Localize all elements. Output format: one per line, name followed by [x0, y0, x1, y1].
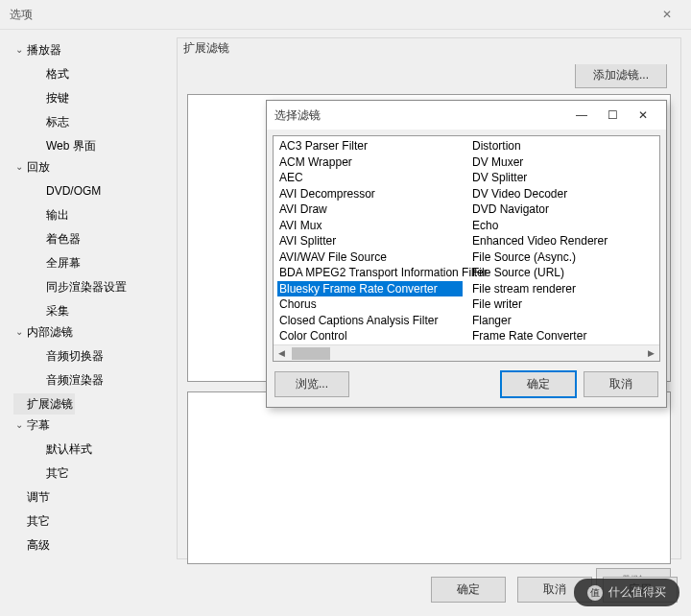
tree-web[interactable]: Web 界面: [33, 135, 98, 156]
nav-tree: ⌄播放器 格式 按键 标志 Web 界面 ⌄回放 DVD/OGM 输出 着色器 …: [0, 30, 171, 567]
list-col-1: AC3 Parser FilterACM WrapperAECAVI Decom…: [274, 136, 466, 345]
dialog-title: 选择滤镜: [274, 107, 566, 124]
list-item[interactable]: Distortion: [470, 138, 655, 154]
list-item[interactable]: ACM Wrapper: [277, 154, 463, 171]
tree-other[interactable]: 其它: [13, 510, 52, 532]
watermark-icon: 值: [587, 585, 603, 601]
list-item[interactable]: DVD Navigator: [470, 201, 655, 218]
select-filter-dialog: 选择滤镜 — ☐ ✕ AC3 Parser FilterACM WrapperA…: [266, 100, 667, 408]
list-item[interactable]: AVI Draw: [277, 201, 463, 218]
chevron-down-icon: ⌄: [15, 322, 27, 342]
tree-output[interactable]: 输出: [33, 204, 71, 225]
tree-defaultstyle[interactable]: 默认样式: [33, 438, 94, 460]
list-item[interactable]: Echo: [470, 218, 655, 234]
tree-sync[interactable]: 同步渲染器设置: [33, 276, 129, 297]
tree-logo[interactable]: 标志: [33, 111, 71, 132]
list-item[interactable]: DV Muxer: [470, 154, 655, 171]
list-item[interactable]: BDA MPEG2 Transport Information Filter: [277, 265, 463, 281]
list-col-2: DistortionDV MuxerDV SplitterDV Video De…: [466, 136, 659, 345]
dialog-cancel-button[interactable]: 取消: [584, 371, 658, 397]
watermark-text: 什么值得买: [608, 584, 666, 601]
list-item[interactable]: AVI/WAV File Source: [277, 249, 463, 266]
list-item[interactable]: AVI Mux: [277, 218, 463, 234]
list-item[interactable]: Frame Rate Converter: [470, 328, 655, 344]
list-item[interactable]: File writer: [470, 296, 655, 313]
close-icon[interactable]: ✕: [653, 8, 681, 21]
tree-extfilter[interactable]: 扩展滤镜: [13, 393, 75, 415]
add-filter-button[interactable]: 添加滤镜...: [575, 64, 667, 88]
h-scrollbar[interactable]: ◀ ▶: [274, 344, 659, 361]
tree-tweak[interactable]: 调节: [13, 486, 52, 508]
window-title: 选项: [10, 7, 653, 23]
watermark: 值 什么值得买: [574, 579, 679, 606]
tree-internal[interactable]: ⌄内部滤镜: [13, 321, 75, 343]
tree-sub-other[interactable]: 其它: [33, 462, 71, 484]
list-item[interactable]: Color Control: [277, 328, 463, 344]
list-item[interactable]: AVI Splitter: [277, 233, 463, 249]
scroll-thumb[interactable]: [292, 347, 330, 360]
tree-format[interactable]: 格式: [33, 63, 71, 84]
scroll-left-icon[interactable]: ◀: [274, 348, 290, 358]
list-item[interactable]: AC3 Parser Filter: [277, 138, 463, 154]
list-item[interactable]: AEC: [277, 170, 463, 186]
dialog-titlebar: 选择滤镜 — ☐ ✕: [267, 101, 666, 130]
tree-subtitle[interactable]: ⌄字幕: [13, 415, 52, 436]
tree-keys[interactable]: 按键: [33, 87, 71, 108]
titlebar: 选项 ✕: [0, 0, 691, 29]
tree-player[interactable]: ⌄播放器: [13, 39, 63, 60]
list-item[interactable]: File Source (URL): [470, 265, 655, 281]
tree-dvd[interactable]: DVD/OGM: [33, 180, 103, 201]
tree-fullscreen[interactable]: 全屏幕: [33, 252, 83, 273]
browse-button[interactable]: 浏览...: [274, 371, 349, 397]
minimize-icon[interactable]: —: [566, 108, 597, 122]
chevron-down-icon: ⌄: [15, 415, 27, 435]
list-item[interactable]: File Source (Async.): [470, 249, 655, 266]
tree-audioswitch[interactable]: 音频切换器: [33, 345, 106, 367]
chevron-down-icon: ⌄: [15, 40, 27, 59]
list-item[interactable]: Bluesky Frame Rate Converter: [277, 281, 463, 297]
list-item[interactable]: DV Video Decoder: [470, 186, 655, 202]
tree-replay[interactable]: ⌄回放: [13, 156, 52, 178]
tree-audiorender[interactable]: 音频渲染器: [33, 369, 106, 391]
dialog-buttons: 浏览... 确定 取消: [267, 367, 666, 407]
maximize-icon[interactable]: ☐: [597, 108, 628, 122]
list-item[interactable]: AVI Decompressor: [277, 186, 463, 202]
scroll-right-icon[interactable]: ▶: [643, 348, 659, 358]
tree-advanced[interactable]: 高级: [13, 534, 52, 556]
tree-shader[interactable]: 着色器: [33, 228, 83, 249]
tree-capture[interactable]: 采集: [33, 300, 71, 321]
close-icon[interactable]: ✕: [628, 108, 658, 122]
list-item[interactable]: Chorus: [277, 296, 463, 313]
list-item[interactable]: DV Splitter: [470, 170, 655, 186]
filter-options: [187, 391, 671, 564]
list-item[interactable]: Closed Captions Analysis Filter: [277, 313, 463, 329]
group-title: 扩展滤镜: [178, 38, 680, 59]
main-window: 选项 ✕ ⌄播放器 格式 按键 标志 Web 界面 ⌄回放 DVD: [0, 0, 691, 616]
list-item[interactable]: Enhanced Video Renderer: [470, 233, 655, 249]
chevron-down-icon: ⌄: [15, 157, 27, 177]
ok-button[interactable]: 确定: [431, 577, 506, 603]
list-item[interactable]: Flanger: [470, 313, 655, 329]
dialog-ok-button[interactable]: 确定: [501, 371, 576, 397]
filter-listbox[interactable]: AC3 Parser FilterACM WrapperAECAVI Decom…: [273, 135, 660, 362]
list-item[interactable]: File stream renderer: [470, 281, 655, 297]
